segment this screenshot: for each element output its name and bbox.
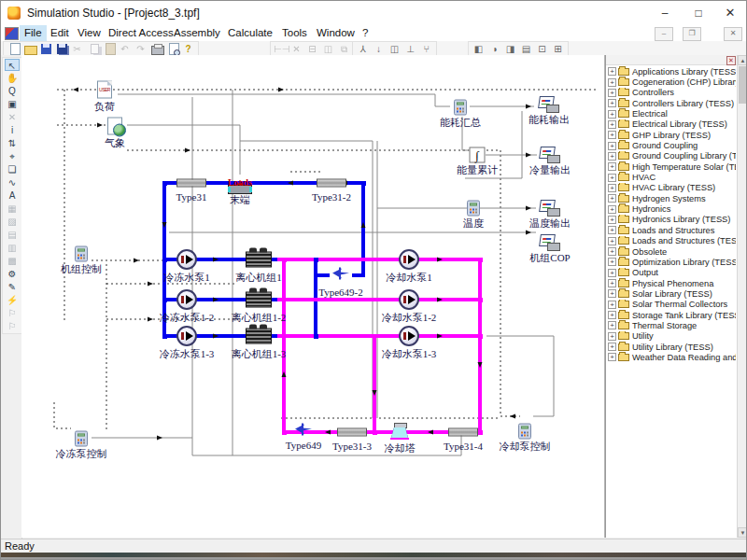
columns-icon[interactable]: ◫ [388, 43, 402, 55]
expand-icon[interactable]: + [608, 142, 616, 150]
expand-icon[interactable]: + [608, 162, 616, 171]
menu-file[interactable]: File [20, 25, 47, 41]
expand-icon[interactable]: + [608, 343, 616, 351]
minimize-button[interactable]: – [649, 1, 681, 25]
tree-item[interactable]: +Storage Tank Library (TESS) [608, 310, 736, 320]
expand-icon[interactable]: + [608, 353, 616, 361]
expand-icon[interactable]: + [608, 226, 616, 234]
tree-item[interactable]: +Output [608, 268, 736, 278]
run-icon[interactable]: ⚡ [5, 294, 20, 306]
half-right-icon[interactable]: ◨ [503, 43, 517, 55]
pen-icon[interactable]: ✎ [5, 281, 20, 293]
grid-icon[interactable]: ⊞ [551, 43, 565, 55]
spline-link-icon[interactable]: ∿ [5, 176, 20, 189]
copy-icon[interactable] [86, 43, 100, 55]
tree-item[interactable]: +Solar Library (TESS) [608, 288, 736, 299]
tree-item[interactable]: +Loads and Structures [608, 225, 736, 235]
tree-item[interactable]: +Utility Library (TESS) [608, 342, 736, 352]
select-pointer-icon[interactable]: ↖ [5, 59, 20, 71]
expand-icon[interactable]: + [608, 67, 616, 76]
maximize-button[interactable]: □ [683, 1, 714, 25]
close-window-icon[interactable]: ✕ [289, 43, 303, 55]
menu-edit[interactable]: Edit [46, 25, 74, 41]
mdi-close-button[interactable]: ✕ [724, 27, 742, 41]
tree-item[interactable]: +HVAC Library (TESS) [608, 183, 736, 193]
tree-icon[interactable]: ⅄ [356, 43, 370, 55]
contrast-icon[interactable]: ◑ [487, 43, 501, 55]
half-left-icon[interactable]: ◧ [472, 43, 486, 55]
menu-view[interactable]: View [73, 25, 106, 41]
tree-item[interactable]: +Loads and Structures (TESS) [608, 236, 736, 246]
fit-width-icon[interactable]: ⊢⊣ [274, 43, 288, 55]
new-icon[interactable] [7, 43, 21, 55]
tree-item[interactable]: +Electrical Library (TESS) [608, 119, 736, 130]
expand-icon[interactable]: + [608, 311, 616, 319]
download-icon[interactable]: ↓ [372, 43, 386, 55]
tree-item[interactable]: +Applications Library (TESS) [608, 66, 736, 77]
menu-window[interactable]: Window [312, 25, 359, 41]
menu-direct-access[interactable]: Direct Access [104, 25, 178, 41]
open-icon[interactable] [22, 43, 36, 55]
expand-icon[interactable]: + [608, 237, 616, 245]
undo-icon[interactable]: ↶ [118, 43, 132, 55]
mdi-restore-button[interactable]: ❐ [683, 27, 701, 41]
snapshot-icon[interactable]: ▣ [5, 98, 20, 110]
tree-item[interactable]: +GHP Library (TESS) [608, 130, 736, 140]
flag-2-icon[interactable]: ⚐ [5, 320, 20, 332]
tree-item[interactable]: +HVAC [608, 172, 736, 182]
scroll-down-icon[interactable]: ▼ [738, 527, 747, 538]
print-preview-icon[interactable] [165, 43, 179, 55]
mdi-minimize-button[interactable]: – [655, 27, 673, 41]
tree-item[interactable]: +Electrical [608, 108, 736, 119]
layer-3-icon[interactable]: ▤ [5, 229, 20, 241]
flag-1-icon[interactable]: ⚐ [5, 307, 20, 319]
expand-icon[interactable]: + [608, 216, 616, 224]
tile-vertical-icon[interactable]: ◫ [321, 43, 335, 55]
tree-item[interactable]: +Weather Data Reading and Process [608, 352, 736, 362]
zoom-icon[interactable]: Q [5, 85, 20, 97]
expand-icon[interactable]: + [608, 321, 616, 329]
tree-item[interactable]: +Cogeneration (CHP) Library (TESS) [608, 77, 736, 87]
expand-icon[interactable]: + [608, 131, 616, 139]
tree-item[interactable]: +Hydronics Library (TESS) [608, 215, 736, 225]
tree-item[interactable]: +Utility [608, 331, 736, 342]
tree-item[interactable]: +Ground Coupling [608, 140, 736, 150]
save-all-icon[interactable] [54, 43, 68, 55]
tree-item[interactable]: +Controllers [608, 88, 736, 98]
print-icon[interactable] [149, 43, 163, 55]
expand-icon[interactable]: + [608, 332, 616, 341]
expand-icon[interactable]: + [608, 174, 616, 182]
expand-icon[interactable]: + [608, 120, 616, 129]
cut-icon[interactable]: ✂ [70, 43, 84, 55]
tree-item[interactable]: +Optimization Library (TESS) [608, 257, 736, 267]
box-icon[interactable]: ⊡ [535, 43, 549, 55]
expand-icon[interactable]: + [608, 205, 616, 214]
expand-icon[interactable]: + [608, 247, 616, 256]
title-bar[interactable]: Simulation Studio - [Project8_3.tpf] – □… [1, 1, 747, 26]
expand-icon[interactable]: + [608, 269, 616, 277]
expand-icon[interactable]: + [608, 279, 616, 287]
settings-gear-icon[interactable]: ⚙ [5, 268, 20, 280]
branch-icon[interactable]: ⑂ [419, 43, 433, 55]
tree-item[interactable]: +Solar Thermal Collectors [608, 300, 736, 310]
info-icon[interactable]: i [5, 124, 20, 136]
expand-icon[interactable]: + [608, 194, 616, 203]
expand-icon[interactable]: + [608, 184, 616, 192]
layer-4-icon[interactable]: ▥ [5, 242, 20, 254]
expand-icon[interactable]: + [608, 78, 616, 87]
layer-5-icon[interactable]: ▩ [5, 255, 20, 267]
close-button[interactable]: ✕ [714, 1, 746, 25]
tree-item[interactable]: +Hydrogen Systems [608, 193, 736, 203]
expand-icon[interactable]: + [608, 301, 616, 309]
expand-icon[interactable]: + [608, 289, 616, 298]
document-icon[interactable] [5, 27, 19, 40]
tree-item[interactable]: +Thermal Storage [608, 320, 736, 330]
vertical-scrollbar[interactable]: ▲ ▼ [737, 55, 747, 538]
tree-item[interactable]: +Obsolete [608, 246, 736, 257]
tree-item[interactable]: +Physical Phenomena [608, 278, 736, 288]
menu-assembly[interactable]: Assembly [169, 25, 225, 41]
anchor-icon[interactable]: ⊥ [403, 43, 417, 55]
scrollbar-thumb[interactable] [739, 66, 747, 104]
wrench-icon[interactable]: ⌖ [5, 150, 20, 162]
expand-icon[interactable]: + [608, 152, 616, 161]
